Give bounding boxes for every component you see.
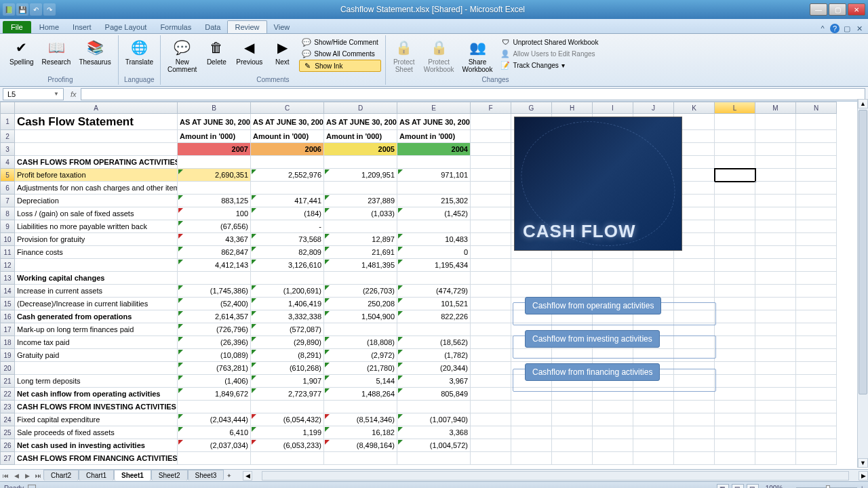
cell-H23[interactable] <box>552 401 593 413</box>
row-header-7[interactable]: 7 <box>0 195 15 207</box>
cell-L24[interactable] <box>715 413 755 426</box>
cell-F17[interactable] <box>471 323 511 336</box>
cell-D23[interactable] <box>324 401 397 413</box>
cell-J25[interactable] <box>633 426 674 439</box>
cell-F20[interactable] <box>471 362 511 375</box>
scroll-up-arrow[interactable]: ▲ <box>858 99 868 108</box>
allow-users-button[interactable]: 👤Allow Users to Edit Ranges <box>498 48 601 59</box>
page-break-button[interactable]: ▧ <box>747 484 759 489</box>
cell-E12[interactable]: 1,195,434 <box>397 259 471 272</box>
cell-C5[interactable]: 2,552,976 <box>251 169 324 182</box>
spreadsheet-grid[interactable]: ABCDEFGHIJKLMN 1Cash Flow StatementAS AT… <box>0 102 868 469</box>
cell-M8[interactable] <box>755 207 796 220</box>
row-header-11[interactable]: 11 <box>0 246 15 259</box>
cell-N26[interactable] <box>796 439 837 452</box>
cell-H24[interactable] <box>552 413 593 426</box>
cell-E17[interactable] <box>397 323 471 336</box>
tab-review[interactable]: Review <box>227 20 267 33</box>
cell-M9[interactable] <box>755 220 796 233</box>
cell-K23[interactable] <box>674 401 715 413</box>
hscroll-track[interactable] <box>262 471 849 481</box>
cell-K12[interactable] <box>674 259 715 272</box>
cell-L10[interactable] <box>715 233 755 246</box>
cell-I25[interactable] <box>593 426 633 439</box>
row-header-25[interactable]: 25 <box>0 426 15 439</box>
row-header-23[interactable]: 23 <box>0 401 15 413</box>
row-header-1[interactable]: 1 <box>0 114 15 130</box>
prev-sheet-button[interactable]: ◀ <box>11 472 22 479</box>
first-sheet-button[interactable]: ⏮ <box>0 472 11 479</box>
cell-N22[interactable] <box>796 388 837 401</box>
cell-I13[interactable] <box>593 272 633 285</box>
cell-N5[interactable] <box>796 169 837 182</box>
cell-F23[interactable] <box>471 401 511 413</box>
tab-insert[interactable]: Insert <box>66 21 98 33</box>
cell-C3[interactable]: 2006 <box>251 143 324 156</box>
cell-M1[interactable] <box>755 114 796 130</box>
cell-B16[interactable]: 2,614,357 <box>178 310 251 323</box>
cell-A19[interactable]: Gratuity paid <box>15 349 178 362</box>
delete-comment-button[interactable]: 🗑Delete <box>202 37 231 67</box>
col-header-N[interactable]: N <box>796 102 837 114</box>
col-header-I[interactable]: I <box>593 102 633 114</box>
cell-L12[interactable] <box>715 259 755 272</box>
row-header-8[interactable]: 8 <box>0 207 15 220</box>
cell-N2[interactable] <box>796 130 837 143</box>
cell-A22[interactable]: Net cash inflow from operating activitie… <box>15 388 178 401</box>
cell-N19[interactable] <box>796 349 837 362</box>
cell-B21[interactable]: (1,406) <box>178 375 251 388</box>
cell-E18[interactable]: (18,562) <box>397 336 471 349</box>
tab-page-layout[interactable]: Page Layout <box>98 21 154 33</box>
sheet-tab-sheet1[interactable]: Sheet1 <box>114 470 151 481</box>
cell-E14[interactable]: (474,729) <box>397 285 471 298</box>
row-header-20[interactable]: 20 <box>0 362 15 375</box>
cell-F15[interactable] <box>471 298 511 310</box>
zoom-level[interactable]: 100% <box>766 485 783 488</box>
row-header-21[interactable]: 21 <box>0 375 15 388</box>
cell-E4[interactable] <box>397 156 471 169</box>
cell-N4[interactable] <box>796 156 837 169</box>
cell-B10[interactable]: 43,367 <box>178 233 251 246</box>
cell-M10[interactable] <box>755 233 796 246</box>
cell-E8[interactable]: (1,452) <box>397 207 471 220</box>
cell-B25[interactable]: 6,410 <box>178 426 251 439</box>
cell-F8[interactable] <box>471 207 511 220</box>
row-header-14[interactable]: 14 <box>0 285 15 298</box>
cell-C16[interactable]: 3,332,338 <box>251 310 324 323</box>
cell-C17[interactable]: (572,087) <box>251 323 324 336</box>
cell-I27[interactable] <box>593 452 633 465</box>
cell-C23[interactable] <box>251 401 324 413</box>
cell-B5[interactable]: 2,690,351 <box>178 169 251 182</box>
cell-D25[interactable]: 16,182 <box>324 426 397 439</box>
cell-N27[interactable] <box>796 452 837 465</box>
cell-L2[interactable] <box>715 130 755 143</box>
cell-A13[interactable]: Working capital changes <box>15 272 178 285</box>
cell-K27[interactable] <box>674 452 715 465</box>
cell-E26[interactable]: (1,004,572) <box>397 439 471 452</box>
cell-L3[interactable] <box>715 143 755 156</box>
minimize-ribbon-icon[interactable]: ^ <box>818 24 827 33</box>
cell-B14[interactable]: (1,745,386) <box>178 285 251 298</box>
col-header-C[interactable]: C <box>251 102 324 114</box>
cell-E1[interactable]: AS AT JUNE 30, 2005 <box>397 114 471 130</box>
shape-button-2[interactable]: Cashflow from financing activities <box>525 363 660 381</box>
tab-home[interactable]: Home <box>33 21 66 33</box>
cell-M12[interactable] <box>755 259 796 272</box>
cell-N15[interactable] <box>796 298 837 310</box>
cell-E6[interactable] <box>397 182 471 195</box>
cell-E15[interactable]: 101,521 <box>397 298 471 310</box>
cell-N9[interactable] <box>796 220 837 233</box>
cell-C13[interactable] <box>251 272 324 285</box>
cell-M11[interactable] <box>755 246 796 259</box>
scroll-right-arrow[interactable]: ▶ <box>859 471 868 481</box>
cell-E22[interactable]: 805,849 <box>397 388 471 401</box>
cell-D3[interactable]: 2005 <box>324 143 397 156</box>
cell-I24[interactable] <box>593 413 633 426</box>
cell-L11[interactable] <box>715 246 755 259</box>
cell-D6[interactable] <box>324 182 397 195</box>
cell-M17[interactable] <box>755 323 796 336</box>
row-header-27[interactable]: 27 <box>0 452 15 465</box>
cell-B24[interactable]: (2,043,444) <box>178 413 251 426</box>
cell-L18[interactable] <box>715 336 755 349</box>
scroll-thumb[interactable] <box>859 110 867 394</box>
